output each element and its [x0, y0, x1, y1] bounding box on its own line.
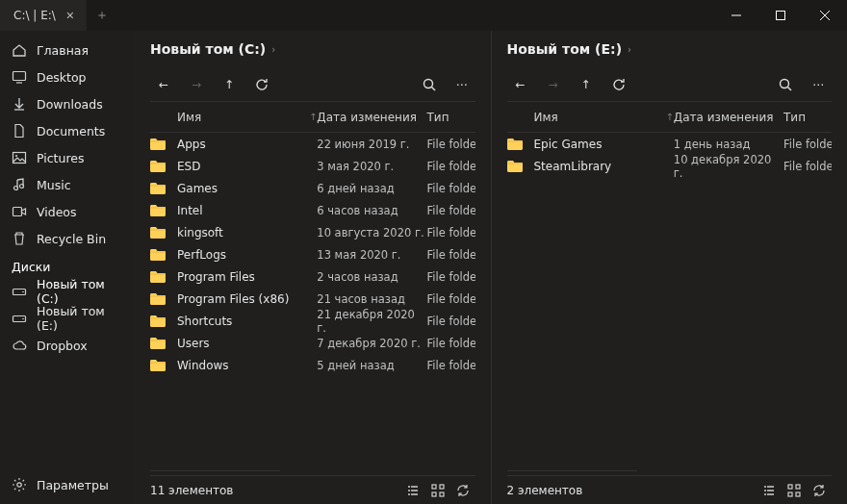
file-date: 7 декабря 2020 г.	[317, 337, 426, 350]
file-type: File folder	[427, 226, 475, 239]
recycle-icon	[12, 231, 27, 246]
file-row[interactable]: Program Files 2 часов назад File folder	[150, 265, 475, 288]
close-window-button[interactable]	[803, 0, 847, 31]
file-row[interactable]: PerfLogs 13 мая 2020 г. File folder	[150, 243, 475, 265]
sidebar-item-settings[interactable]: Параметры	[0, 471, 135, 498]
sidebar-item-drive-c[interactable]: Новый том (C:)	[0, 278, 135, 305]
music-icon	[12, 177, 27, 192]
sidebar-section-drives: Диски	[0, 252, 135, 278]
nav-back-button[interactable]: ←	[507, 71, 534, 98]
column-headers: Имя↑ Дата изменения Тип	[507, 102, 833, 133]
file-type: File folder	[427, 248, 475, 262]
file-name: Program Files	[177, 270, 317, 284]
sync-button[interactable]	[450, 478, 475, 503]
documents-icon	[12, 123, 27, 139]
file-date: 22 июня 2019 г.	[317, 138, 426, 151]
search-button[interactable]	[772, 71, 799, 98]
header-type[interactable]: Тип	[427, 111, 475, 124]
folder-icon	[150, 227, 166, 239]
file-row[interactable]: Apps 22 июня 2019 г. File folder	[150, 133, 475, 155]
sidebar-item-label: Desktop	[37, 70, 87, 85]
folder-icon	[150, 183, 166, 194]
file-row[interactable]: ESD 3 мая 2020 г. File folder	[150, 155, 475, 177]
sidebar-item-pictures[interactable]: Pictures	[0, 144, 135, 171]
sidebar: Главная Desktop Downloads Documents Pict…	[0, 31, 135, 504]
header-date[interactable]: Дата изменения	[317, 111, 426, 124]
breadcrumb[interactable]: Новый том (E:)	[507, 41, 623, 57]
file-type: File folder	[783, 138, 832, 151]
file-row[interactable]: kingsoft 10 августа 2020 г. File folder	[150, 221, 475, 243]
videos-icon	[12, 204, 27, 219]
nav-up-button[interactable]: ↑	[216, 71, 243, 98]
view-grid-button[interactable]	[425, 478, 450, 503]
chevron-right-icon[interactable]: ›	[271, 44, 275, 55]
file-date: 21 декабря 2020 г.	[317, 308, 426, 335]
file-pane-0: Новый том (C:) › ← → ↑ ⋯ Имя↑ Дата измен…	[135, 31, 491, 504]
file-row[interactable]: Games 6 дней назад File folder	[150, 177, 475, 199]
file-type: File folder	[427, 204, 475, 217]
file-list: Epic Games 1 день назад File folder Stea…	[507, 133, 833, 470]
header-name[interactable]: Имя↑	[177, 111, 317, 124]
nav-forward-button[interactable]: →	[183, 71, 210, 98]
folder-icon	[507, 139, 523, 150]
window-tab[interactable]: C:\ | E:\ ✕	[0, 0, 87, 31]
view-list-button[interactable]	[757, 478, 782, 503]
file-date: 21 часов назад	[317, 292, 426, 306]
header-date[interactable]: Дата изменения	[674, 111, 783, 124]
more-button[interactable]: ⋯	[449, 71, 475, 98]
sort-arrow-icon: ↑	[665, 112, 673, 122]
breadcrumb[interactable]: Новый том (C:)	[150, 41, 266, 57]
minimize-button[interactable]	[714, 0, 758, 31]
sidebar-item-downloads[interactable]: Downloads	[0, 90, 135, 117]
sidebar-item-recycle[interactable]: Recycle Bin	[0, 225, 135, 252]
view-list-button[interactable]	[400, 478, 425, 503]
dropbox-icon	[12, 338, 27, 353]
refresh-button[interactable]	[248, 71, 275, 98]
file-row[interactable]: SteamLibrary 10 декабря 2020 г. File fol…	[507, 155, 833, 177]
file-type: File folder	[427, 359, 475, 372]
sidebar-item-videos[interactable]: Videos	[0, 198, 135, 225]
file-row[interactable]: Intel 6 часов назад File folder	[150, 199, 475, 221]
header-name[interactable]: Имя↑	[534, 111, 674, 124]
sidebar-item-music[interactable]: Music	[0, 171, 135, 198]
svg-rect-1	[777, 12, 785, 20]
new-tab-button[interactable]: ＋	[87, 0, 117, 31]
file-type: File folder	[427, 315, 475, 328]
folder-icon	[150, 161, 166, 172]
sidebar-item-documents[interactable]: Documents	[0, 117, 135, 144]
view-grid-button[interactable]	[782, 478, 807, 503]
sidebar-item-desktop[interactable]: Desktop	[0, 63, 135, 90]
file-type: File folder	[427, 270, 475, 284]
sidebar-item-drive-e[interactable]: Новый том (E:)	[0, 305, 135, 332]
status-text: 11 элементов	[150, 484, 233, 497]
refresh-button[interactable]	[605, 71, 632, 98]
file-row[interactable]: Shortcuts 21 декабря 2020 г. File folder	[150, 310, 475, 332]
header-type[interactable]: Тип	[783, 111, 832, 124]
search-button[interactable]	[416, 71, 443, 98]
svg-point-4	[17, 483, 21, 487]
sidebar-item-dropbox[interactable]: Dropbox	[0, 332, 135, 359]
file-name: Games	[177, 182, 317, 195]
nav-forward-button[interactable]: →	[540, 71, 567, 98]
file-type: File folder	[427, 182, 475, 195]
sync-button[interactable]	[807, 478, 832, 503]
file-date: 6 часов назад	[317, 204, 426, 217]
maximize-button[interactable]	[758, 0, 803, 31]
sidebar-item-home[interactable]: Главная	[0, 37, 135, 63]
file-date: 6 дней назад	[317, 182, 426, 195]
file-type: File folder	[427, 337, 475, 350]
chevron-right-icon[interactable]: ›	[628, 44, 631, 55]
nav-back-button[interactable]: ←	[150, 71, 177, 98]
nav-up-button[interactable]: ↑	[573, 71, 600, 98]
more-button[interactable]: ⋯	[805, 71, 832, 98]
file-name: Windows	[177, 359, 317, 372]
file-type: File folder	[783, 160, 832, 173]
file-row[interactable]: Windows 5 дней назад File folder	[150, 354, 475, 376]
file-name: Epic Games	[534, 138, 674, 151]
file-pane-1: Новый том (E:) › ← → ↑ ⋯ Имя↑ Дата измен…	[491, 31, 848, 504]
file-row[interactable]: Users 7 декабря 2020 г. File folder	[150, 332, 475, 354]
close-tab-icon[interactable]: ✕	[64, 9, 77, 22]
file-date: 13 мая 2020 г.	[317, 248, 426, 262]
file-name: kingsoft	[177, 226, 317, 239]
file-date: 3 мая 2020 г.	[317, 160, 426, 173]
